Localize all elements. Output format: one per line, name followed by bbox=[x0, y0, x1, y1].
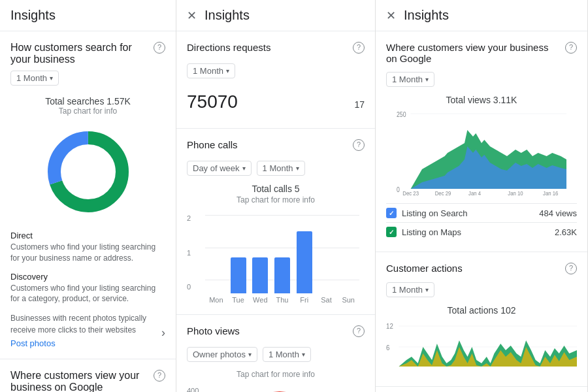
photo-owner-filter[interactable]: Owner photos ▾ bbox=[187, 347, 257, 362]
views-area-chart: 250 0 Dec 23 Dec 29 Jan 4 Jan 10 Jan 16 bbox=[386, 110, 577, 198]
directions-stat-row: 75070 17 bbox=[187, 86, 365, 118]
views-month-filter[interactable]: 1 Month ▾ bbox=[386, 72, 434, 87]
search-help-icon[interactable]: ? bbox=[154, 42, 165, 54]
phone-calls-section: Phone calls ? Day of week ▾ 1 Month ▾ To… bbox=[176, 129, 375, 315]
search-filter-row: 1 Month ▾ bbox=[10, 65, 165, 91]
views-legend: ✓ Listing on Search 484 views ✓ Listing … bbox=[386, 203, 577, 241]
directions-header: Directions requests ? bbox=[187, 42, 365, 56]
phone-month-filter[interactable]: 1 Month ▾ bbox=[257, 161, 305, 176]
donut-chart bbox=[42, 126, 134, 218]
ca-header: Customer actions ? bbox=[386, 263, 577, 274]
photo-views-help-icon[interactable]: ? bbox=[353, 325, 365, 337]
directions-title: Directions requests bbox=[187, 42, 270, 53]
panel-3-title: Insights bbox=[404, 8, 449, 23]
directions-value: 75070 bbox=[187, 91, 238, 112]
ca-total: Total actions 102 bbox=[386, 305, 577, 316]
directions-help-icon[interactable]: ? bbox=[353, 42, 365, 54]
ca-help-icon[interactable]: ? bbox=[565, 263, 577, 274]
panel-3: ✕ Insights Where customers view your bus… bbox=[376, 0, 588, 392]
legend-search-count: 484 views bbox=[539, 208, 577, 218]
panel-2-header: ✕ Insights bbox=[176, 0, 375, 31]
where-customers-section: Where customers view your business on Go… bbox=[0, 359, 176, 392]
where-heading: Where customers view your business on Go… bbox=[10, 370, 154, 392]
directions-filter-arrow: ▾ bbox=[226, 67, 229, 74]
ca-month-filter[interactable]: 1 Month ▾ bbox=[386, 282, 434, 297]
views-filter-arrow: ▾ bbox=[425, 76, 429, 83]
maps-checkbox[interactable]: ✓ bbox=[386, 227, 397, 237]
customer-actions-section: Customer actions ? 1 Month ▾ Total actio… bbox=[376, 252, 587, 387]
where-help-icon[interactable]: ? bbox=[154, 370, 165, 382]
photo-chart-svg bbox=[201, 387, 358, 392]
views-chart-svg: 250 0 Dec 23 Dec 29 Jan 4 Jan 10 Jan 16 bbox=[397, 110, 566, 195]
svg-text:Jan 16: Jan 16 bbox=[543, 189, 559, 195]
photo-month-arrow: ▾ bbox=[302, 351, 305, 358]
bar-mon bbox=[205, 215, 227, 293]
ca-chart: 12 6 bbox=[386, 321, 577, 376]
panel-2-content: Directions requests ? 1 Month ▾ 75070 17… bbox=[176, 31, 375, 392]
search-month-filter[interactable]: 1 Month ▾ bbox=[10, 71, 59, 86]
photo-month-filter[interactable]: 1 Month ▾ bbox=[263, 347, 311, 362]
next-arrow-icon: › bbox=[161, 324, 165, 342]
discovery-label: Discovery bbox=[10, 272, 165, 282]
svg-text:Jan 4: Jan 4 bbox=[468, 189, 481, 195]
svg-text:12: 12 bbox=[386, 323, 393, 330]
bar-sat bbox=[316, 215, 338, 293]
bar-fri bbox=[293, 215, 316, 293]
calls-tap-info: Tap chart for more info bbox=[187, 195, 365, 204]
bar-tue bbox=[227, 215, 250, 293]
panel-2-title: Insights bbox=[204, 8, 250, 23]
panel-1-content: How customers search for your business ?… bbox=[0, 31, 176, 392]
total-views: Total views 3.11K bbox=[386, 95, 577, 105]
calls-bars bbox=[200, 215, 365, 293]
phone-filter-row: Day of week ▾ 1 Month ▾ bbox=[187, 155, 365, 181]
directions-month-filter[interactable]: 1 Month ▾ bbox=[187, 63, 235, 78]
search-checkbox[interactable]: ✓ bbox=[386, 208, 397, 218]
phone-help-icon[interactable]: ? bbox=[353, 139, 365, 151]
svg-text:6: 6 bbox=[386, 344, 390, 351]
direct-legend: Direct Customers who find your listing s… bbox=[10, 231, 165, 264]
post-photos-link[interactable]: Post photos bbox=[10, 338, 165, 348]
panel-2: ✕ Insights Directions requests ? 1 Month… bbox=[176, 0, 376, 392]
calls-bar-chart: 2 1 0 bbox=[187, 210, 365, 304]
owner-filter-arrow: ▾ bbox=[248, 351, 252, 358]
photo-views-title: Photo views bbox=[187, 325, 240, 336]
search-total: Total searches 1.57K bbox=[10, 96, 165, 106]
legend-search-label: Listing on Search bbox=[402, 208, 467, 218]
views-help-icon[interactable]: ? bbox=[565, 42, 577, 54]
panel-2-close-icon[interactable]: ✕ bbox=[187, 8, 197, 23]
phone-header: Phone calls ? bbox=[187, 139, 365, 153]
legend-maps-label: Listing on Maps bbox=[402, 227, 461, 237]
discovery-desc: Customers who find your listing searchin… bbox=[10, 283, 165, 305]
search-section: How customers search for your business ?… bbox=[0, 31, 176, 359]
bar-thu bbox=[271, 215, 293, 293]
panel-1: Insights How customers search for your b… bbox=[0, 0, 176, 392]
calls-y-labels: 2 1 0 bbox=[187, 215, 200, 291]
photo-views-section: Photo views ? Owner photos ▾ 1 Month ▾ T… bbox=[176, 315, 375, 392]
ca-chart-svg: 12 6 bbox=[386, 321, 577, 373]
phone-day-filter[interactable]: Day of week ▾ bbox=[187, 161, 252, 176]
direct-label: Direct bbox=[10, 231, 165, 240]
svg-text:Dec 29: Dec 29 bbox=[435, 189, 451, 195]
search-heading: How customers search for your business bbox=[10, 42, 154, 65]
month-filter-arrow: ▾ bbox=[296, 165, 299, 172]
directions-count: 17 bbox=[354, 99, 365, 110]
photo-views-header: Photo views ? bbox=[187, 325, 365, 339]
svg-text:Dec 23: Dec 23 bbox=[402, 189, 419, 195]
where-header: Where customers view your business on Go… bbox=[10, 370, 165, 392]
ca-filter-arrow: ▾ bbox=[425, 286, 429, 293]
search-tap-info: Tap chart for info bbox=[10, 106, 165, 116]
calls-x-labels: Mon Tue Wed Thu Fri Sat Sun bbox=[200, 293, 365, 304]
legend-maps-count: 2.63K bbox=[555, 227, 577, 237]
filter-arrow-icon: ▾ bbox=[50, 74, 53, 82]
svg-text:0: 0 bbox=[397, 186, 400, 193]
panel-3-content: Where customers view your business on Go… bbox=[376, 31, 587, 392]
panel-3-close-icon[interactable]: ✕ bbox=[386, 8, 396, 23]
svg-text:Jan 10: Jan 10 bbox=[508, 189, 523, 195]
panel-1-title: Insights bbox=[10, 8, 56, 23]
discovery-legend: Discovery Customers who find your listin… bbox=[10, 272, 165, 305]
search-header: How customers search for your business ? bbox=[10, 42, 165, 65]
svg-text:250: 250 bbox=[397, 111, 406, 118]
photo-chart-area: 400 bbox=[187, 384, 365, 392]
bar-sun bbox=[337, 215, 359, 293]
panel-1-header: Insights bbox=[0, 0, 176, 31]
